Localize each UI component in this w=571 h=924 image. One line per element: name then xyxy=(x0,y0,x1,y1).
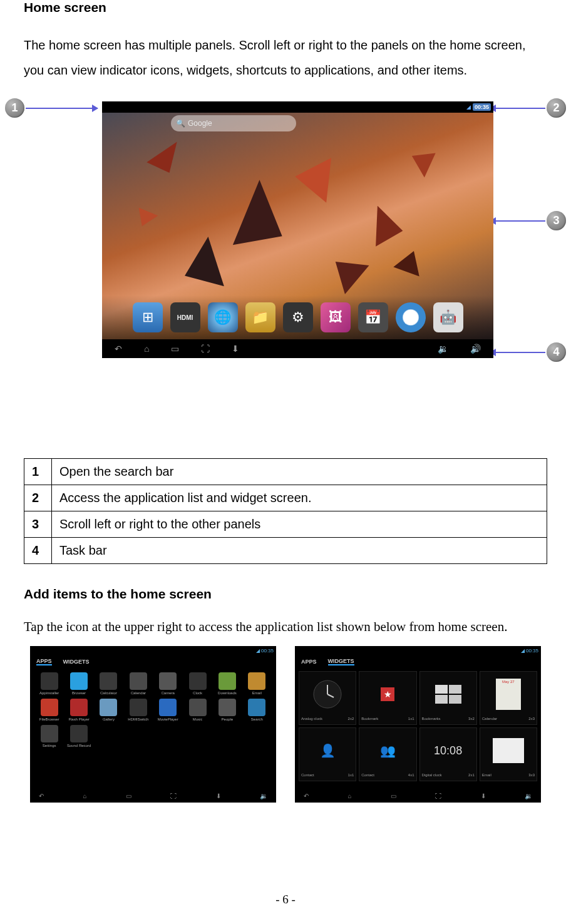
dock-app[interactable]: ⚙ xyxy=(283,302,313,332)
recent-icon[interactable]: ▭ xyxy=(126,793,131,799)
dock-app[interactable]: 🤖 xyxy=(433,302,463,332)
app-label: Gallery xyxy=(103,717,115,721)
legend-row: 2Access the application list and widget … xyxy=(24,485,547,511)
app-icon xyxy=(130,672,147,690)
app-item[interactable]: Browser xyxy=(66,672,91,695)
callout-4: 4 xyxy=(547,342,566,362)
app-icon xyxy=(100,672,117,690)
app-item[interactable]: People xyxy=(214,699,240,721)
app-item[interactable]: Appinstaller xyxy=(36,672,62,695)
tab-widgets[interactable]: WIDGETS xyxy=(63,659,90,665)
status-time: 00:35 xyxy=(473,103,491,111)
app-item[interactable]: Music xyxy=(185,699,210,721)
app-label: Clock xyxy=(193,691,202,695)
app-label: FileBrowser xyxy=(39,717,59,721)
app-label: HDMISwitch xyxy=(128,717,148,721)
app-item[interactable]: MoviePlayer xyxy=(155,699,181,721)
tab-apps[interactable]: APPS xyxy=(36,658,52,665)
screenshot-icon[interactable]: ⛶ xyxy=(170,793,177,799)
widget-preview: 10:08 xyxy=(420,728,476,773)
app-label: Sound Record xyxy=(67,744,91,747)
callout-1: 1 xyxy=(5,98,24,118)
app-icon xyxy=(189,699,207,716)
legend-text: Open the search bar xyxy=(52,459,547,485)
search-bar[interactable]: 🔍 Google xyxy=(171,115,296,131)
app-label: Search xyxy=(251,717,263,721)
callout-legend-table: 1Open the search bar2Access the applicat… xyxy=(24,458,547,564)
app-dock: ⊞ HDMI 🌐 📁 ⚙ 🖼 📅 ▶ 🤖 xyxy=(102,295,493,339)
widget-label: Bookmarks3x2 xyxy=(420,717,476,724)
arrow-1 xyxy=(26,108,98,109)
thumbnail-row: ◢ 00:35 APPS WIDGETS AppinstallerBrowser… xyxy=(24,646,547,803)
dock-app[interactable]: 🖼 xyxy=(321,302,351,332)
app-item[interactable]: Email xyxy=(244,672,270,695)
app-label: Downloads xyxy=(218,691,237,695)
tab-widgets[interactable]: WIDGETS xyxy=(328,658,354,665)
app-label: Music xyxy=(193,717,203,721)
screenshot-icon[interactable]: ⛶ xyxy=(201,344,210,354)
recent-icon[interactable]: ▭ xyxy=(171,344,179,354)
widget-item[interactable]: May 27Calendar2x3 xyxy=(480,671,537,725)
app-item[interactable]: Downloads xyxy=(214,672,240,695)
back-icon[interactable]: ↶ xyxy=(39,793,44,799)
volume-up-icon[interactable]: 🔊 xyxy=(470,344,481,354)
home-screen-screenshot: ◢ 00:35 🔍 Google ⊞ HDMI 🌐 📁 ⚙ 🖼 📅 ▶ 🤖 xyxy=(102,101,493,358)
app-item[interactable]: Calculator xyxy=(96,672,121,695)
back-icon[interactable]: ↶ xyxy=(304,793,309,799)
home-icon[interactable]: ⌂ xyxy=(347,793,351,799)
screenshot-icon[interactable]: ⛶ xyxy=(435,793,441,799)
app-item[interactable]: FileBrowser xyxy=(36,699,62,721)
widget-label: Bookmark1x1 xyxy=(359,717,416,724)
app-item[interactable]: Search xyxy=(244,699,270,721)
app-item[interactable]: Sound Record xyxy=(66,725,91,747)
app-icon xyxy=(248,699,265,716)
dock-app[interactable]: ⊞ xyxy=(133,302,163,332)
volume-icon[interactable]: 🔉 xyxy=(260,793,267,799)
app-label: Calendar xyxy=(131,691,146,695)
app-icon xyxy=(219,699,236,716)
app-item[interactable]: Settings xyxy=(36,725,62,747)
home-icon[interactable]: ⌂ xyxy=(83,793,86,799)
widget-item[interactable]: 👤Contact1x1 xyxy=(299,727,356,781)
widget-item[interactable]: Analog clock2x2 xyxy=(299,671,356,725)
app-label: Camera xyxy=(162,691,175,695)
tab-apps[interactable]: APPS xyxy=(301,659,317,665)
volume-down-icon[interactable]: 🔉 xyxy=(438,344,448,354)
widget-label: Analog clock2x2 xyxy=(299,717,356,724)
dock-app[interactable]: HDMI xyxy=(170,302,200,332)
app-icon xyxy=(219,672,236,690)
arrow-4 xyxy=(490,352,545,353)
page-footer: - 6 - xyxy=(0,893,571,906)
widget-label: Digital clock2x1 xyxy=(420,773,476,781)
dock-app[interactable]: ▶ xyxy=(396,302,426,332)
legend-number: 2 xyxy=(24,485,52,511)
download-icon[interactable]: ⬇ xyxy=(232,344,239,354)
app-icon xyxy=(159,699,177,716)
widget-item[interactable]: Bookmarks3x2 xyxy=(419,671,477,725)
app-item[interactable]: Clock xyxy=(185,672,210,695)
home-icon[interactable]: ⌂ xyxy=(144,344,149,354)
recent-icon[interactable]: ▭ xyxy=(391,793,396,799)
widget-item[interactable]: 👥Contact4x1 xyxy=(359,727,416,781)
legend-number: 3 xyxy=(24,511,52,538)
download-icon[interactable]: ⬇ xyxy=(481,793,486,799)
back-icon[interactable]: ↶ xyxy=(115,344,122,354)
app-label: Flash Player xyxy=(68,717,89,721)
app-item[interactable]: Camera xyxy=(155,672,181,695)
dock-app[interactable]: 📅 xyxy=(358,302,388,332)
download-icon[interactable]: ⬇ xyxy=(216,793,221,799)
app-item[interactable]: Gallery xyxy=(96,699,121,721)
legend-row: 3Scroll left or right to the other panel… xyxy=(24,511,547,538)
dock-app[interactable]: 📁 xyxy=(245,302,275,332)
app-item[interactable]: HDMISwitch xyxy=(125,699,151,721)
app-icon xyxy=(41,699,58,716)
arrow-3 xyxy=(490,220,545,222)
dock-app[interactable]: 🌐 xyxy=(208,302,238,332)
volume-icon[interactable]: 🔉 xyxy=(525,793,532,799)
app-item[interactable]: Flash Player xyxy=(66,699,91,721)
widget-item[interactable]: Email3x3 xyxy=(480,727,537,781)
widget-item[interactable]: 10:08Digital clock2x1 xyxy=(419,727,477,781)
app-item[interactable]: Calendar xyxy=(125,672,151,695)
widget-item[interactable]: ★Bookmark1x1 xyxy=(359,671,416,725)
intro-paragraph: The home screen has multiple panels. Scr… xyxy=(24,33,547,83)
